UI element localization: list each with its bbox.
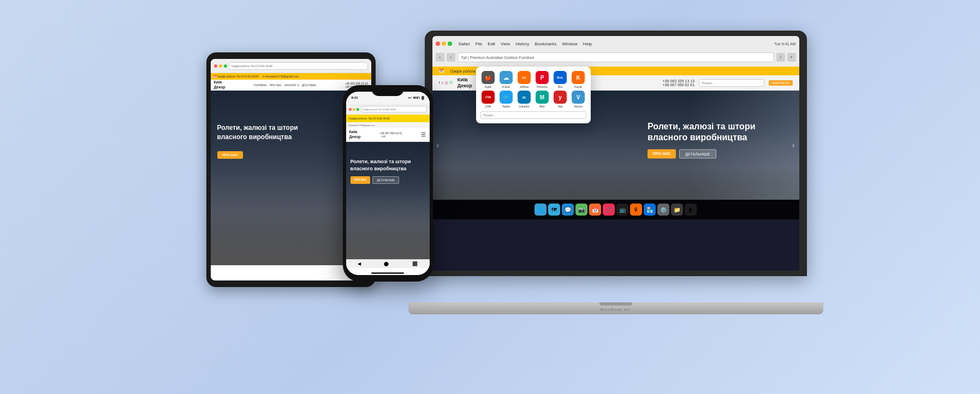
bookmark-apple-label: Apple xyxy=(485,85,492,88)
bookmark-apple[interactable]: 🍎 Apple xyxy=(480,71,496,88)
safari-menu-help[interactable]: Help xyxy=(583,41,592,46)
safari-forward-btn[interactable]: › xyxy=(447,53,455,62)
bookmark-icloud-label: iCloud xyxy=(502,85,510,88)
laptop-next-arrow[interactable]: › xyxy=(792,141,795,150)
phone-nav: Київ Декор +38 067 950 62 61 UA ☰ xyxy=(346,128,430,142)
laptop-about-btn[interactable]: ПРО НАС xyxy=(648,150,676,159)
tablet-nav-delivery[interactable]: ДОСТАВКА xyxy=(302,83,317,87)
phone-min-btn[interactable] xyxy=(353,108,355,111)
safari-min-btn[interactable] xyxy=(442,41,446,46)
bookmark-mint[interactable]: M Mint xyxy=(534,91,550,108)
bookmark-box[interactable]: Box Box xyxy=(553,71,568,88)
safari-menu-safari[interactable]: Safari xyxy=(459,41,470,46)
bookmark-venmo[interactable]: V Venmo xyxy=(571,91,586,108)
safari-time: Tue 9:41 AM xyxy=(774,42,795,46)
tablet-nav-catalog[interactable]: КАТАЛОГ ▾ xyxy=(284,83,299,87)
laptop-hero-buttons: ПРО НАС ДЕТАЛЬНІШЕ xyxy=(648,150,755,159)
dock-settings[interactable]: ⚙️ xyxy=(657,204,669,216)
laptop-hero-title: Ролети, жалюзі та штори власного виробни… xyxy=(648,121,755,143)
tablet-close-btn[interactable] xyxy=(214,64,217,68)
laptop-more-btn[interactable]: ДЕТАЛЬНІШЕ xyxy=(679,150,716,159)
bookmark-grid: 🍎 Apple ☁ iCloud jet JetBlue xyxy=(480,71,586,108)
phone-url-text: Графік роботи: Пн-Сб 9:00-18:00 xyxy=(363,108,396,111)
dock-messages[interactable]: 💬 xyxy=(562,204,574,216)
facebook-icon[interactable]: f xyxy=(439,80,440,85)
instagram-icon[interactable]: ◎ xyxy=(444,80,448,85)
tiktok-icon[interactable]: ♪ xyxy=(441,80,443,85)
bookmark-cnn[interactable]: CNN CNN xyxy=(480,91,496,108)
safari-menu-file[interactable]: File xyxy=(475,41,482,46)
safari-menu-view[interactable]: View xyxy=(501,41,510,46)
tablet-nav-about[interactable]: ПРО НАС xyxy=(270,83,282,87)
phone-hero-title: Ролети, жалюзі та штори власного виробни… xyxy=(351,158,411,172)
bookmark-kayak-label: Kayak xyxy=(574,85,582,88)
bookmark-mint-icon: M xyxy=(536,91,549,104)
dock-finder2[interactable]: 📁 xyxy=(671,204,683,216)
tablet-max-btn[interactable] xyxy=(224,64,227,68)
dock-facetime[interactable]: 📷 xyxy=(575,204,587,216)
tablet-min-btn[interactable] xyxy=(219,64,222,68)
bookmark-kayak[interactable]: K Kayak xyxy=(571,71,586,88)
safari-back-btn[interactable]: ‹ xyxy=(436,53,444,62)
safari-share-btn[interactable]: ↑ xyxy=(776,53,785,62)
dock-tv[interactable]: 📺 xyxy=(616,204,628,216)
phone-about-btn[interactable]: ПРО НАС xyxy=(351,176,371,184)
safari-menu-edit[interactable]: Edit xyxy=(488,41,495,46)
phone-traffic-lights xyxy=(349,108,359,111)
phone-back-btn[interactable]: ◀ xyxy=(358,261,361,266)
whatsapp-icon[interactable]: ✆ xyxy=(449,80,453,85)
phone-signal-icon: ▪▪▪ xyxy=(408,96,411,99)
laptop-logo: Київ Декор xyxy=(458,77,472,89)
dock-appstore[interactable]: 🏪 xyxy=(644,204,656,216)
phone-url-bar[interactable]: Графік роботи: Пн-Сб 9:00-18:00 xyxy=(361,106,427,112)
tablet-url-bar[interactable]: Графік роботи: Пн-Сб 9:00-18:00 xyxy=(229,62,368,70)
phone-close-btn[interactable] xyxy=(349,108,352,111)
phone-menu-icon[interactable]: ☰ xyxy=(421,132,426,138)
dock-trash[interactable]: 🗑 xyxy=(685,204,697,216)
phone-email-bar: kievdekor1718@gmail.com xyxy=(346,122,430,128)
bookmark-pinterest[interactable]: P Pinterest xyxy=(534,71,550,88)
tablet-nav-home[interactable]: ГОЛОВНА xyxy=(254,83,267,87)
dock-calendar[interactable]: 📅 xyxy=(589,204,601,216)
safari-menu-history[interactable]: History xyxy=(515,41,529,46)
bookmark-linkedin-icon: in xyxy=(518,91,531,104)
dock-music[interactable]: 🎵 xyxy=(603,204,615,216)
popup-search-input[interactable] xyxy=(480,111,586,119)
phone-max-btn[interactable] xyxy=(357,108,359,111)
dock-podcast[interactable]: 🎙 xyxy=(630,204,642,216)
phone-notch xyxy=(371,85,404,96)
bookmark-twitter[interactable]: 🐦 Twitter xyxy=(498,91,514,108)
laptop-kontakty-btn[interactable]: КОНТАКТИ xyxy=(769,80,792,86)
safari-close-btn[interactable] xyxy=(436,41,440,46)
safari-new-tab-btn[interactable]: + xyxy=(787,53,796,62)
bookmark-icloud[interactable]: ☁ iCloud xyxy=(498,71,514,88)
laptop-phone-numbers: +38 063 335 13 13 +38 067 950 62 61 xyxy=(663,79,695,87)
bookmark-pinterest-label: Pinterest xyxy=(537,85,548,88)
bookmark-yelp[interactable]: y Yelp xyxy=(553,91,568,108)
laptop-prev-arrow[interactable]: ‹ xyxy=(437,141,439,150)
bookmark-kayak-icon: K xyxy=(572,71,585,84)
phone-square-btn[interactable]: ⬛ xyxy=(412,261,418,266)
safari-menu-bookmarks[interactable]: Bookmarks xyxy=(534,41,556,46)
phone-frame: 9:41 ▪▪▪ WiFi ▓ Графік роботи: xyxy=(343,85,433,282)
phone-lang[interactable]: UA xyxy=(382,135,385,138)
tablet-info-bar: 📅 Графік роботи: Пн-Сб 9:00-18:00 ✉ kiev… xyxy=(211,73,371,80)
tablet-about-btn[interactable]: ПРО НАС xyxy=(217,151,243,159)
phone-battery-icon: ▓ xyxy=(421,96,424,99)
safari-max-btn[interactable] xyxy=(448,41,452,46)
phone-more-btn[interactable]: ДЕТАЛЬНІШЕ xyxy=(372,176,399,184)
phone-home-btn[interactable]: ⬤ xyxy=(384,261,389,266)
safari-url-text: Tyli | Premium Australian Outdoor Furnit… xyxy=(461,56,534,59)
tablet-hours: 📅 Графік роботи: Пн-Сб 9:00-18:00 xyxy=(213,75,259,78)
laptop-base: MacBook Air xyxy=(408,302,823,314)
laptop-hinge xyxy=(599,302,632,306)
dock-finder[interactable]: 🌐 xyxy=(534,204,547,216)
safari-menu-window[interactable]: Window xyxy=(562,41,577,46)
bookmark-jetblue[interactable]: jet JetBlue xyxy=(516,71,532,88)
dock-maps[interactable]: 🗺 xyxy=(548,204,560,216)
bookmark-linkedin[interactable]: in LinkedIn xyxy=(516,91,532,108)
laptop-search-input[interactable] xyxy=(699,79,764,87)
safari-url-bar[interactable]: Tyli | Premium Australian Outdoor Furnit… xyxy=(458,52,774,62)
phone-hero: Ролети, жалюзі та штори власного виробни… xyxy=(346,142,430,259)
phone-logo: Київ Декор xyxy=(349,130,361,139)
